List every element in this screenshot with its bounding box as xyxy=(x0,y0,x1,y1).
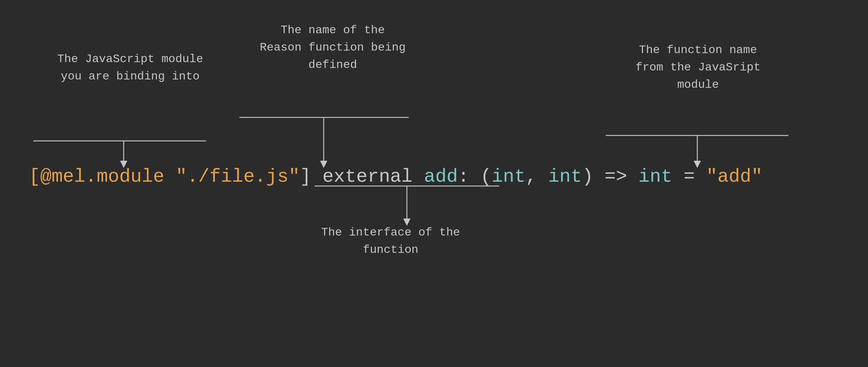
code-bracket-close: ] xyxy=(300,166,311,187)
code-type-int2: int xyxy=(548,166,582,187)
annotation-js-module: The JavaScript module you are binding in… xyxy=(29,51,231,85)
code-type-int1: int xyxy=(492,166,526,187)
code-module-string: "./file.js" xyxy=(176,166,300,187)
annotation-interface: The interface of the function xyxy=(304,224,477,259)
code-equals: = xyxy=(672,166,706,187)
code-comma: , xyxy=(526,166,548,187)
code-js-name-string: "add" xyxy=(706,166,762,187)
annotation-js-function-name: The function name from the JavaSript mod… xyxy=(604,42,792,94)
code-keyword-external: external xyxy=(311,166,424,187)
code-colon: : ( xyxy=(458,166,492,187)
code-type-int3: int xyxy=(638,166,672,187)
code-arrow: ) => xyxy=(582,166,638,187)
annotation-reason-function: The name of the Reason function being de… xyxy=(231,22,434,74)
code-line: [@mel.module "./file.js" ] external add … xyxy=(29,166,839,187)
code-function-name: add xyxy=(424,166,458,187)
code-decorator: [@mel.module xyxy=(29,166,164,187)
diagram-container: The JavaScript module you are binding in… xyxy=(0,0,868,367)
